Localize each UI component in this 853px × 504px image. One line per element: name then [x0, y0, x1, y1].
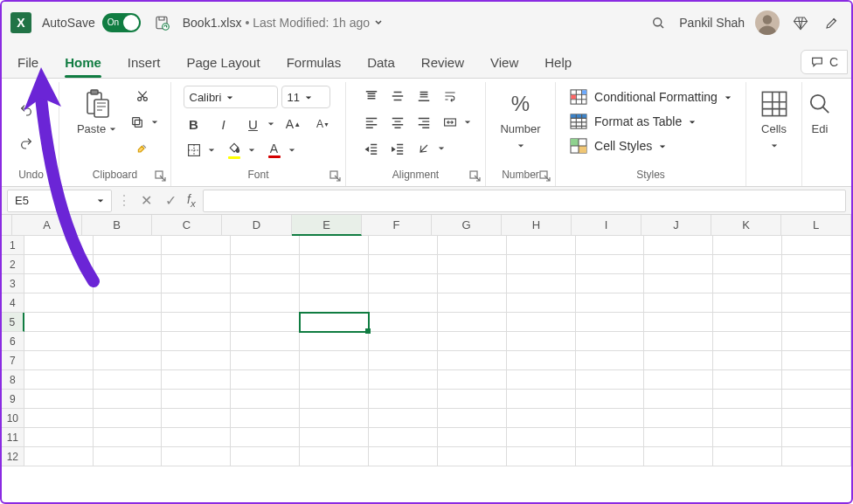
- autosave-toggle[interactable]: On: [102, 13, 141, 32]
- align-top-button[interactable]: [361, 86, 382, 107]
- cell[interactable]: [438, 255, 507, 274]
- fill-color-button[interactable]: [224, 140, 245, 161]
- conditional-formatting-button[interactable]: Conditional Formatting: [570, 89, 732, 105]
- cell[interactable]: [576, 390, 645, 409]
- cut-button[interactable]: [127, 86, 158, 107]
- cell[interactable]: [782, 409, 851, 428]
- cell[interactable]: [24, 236, 94, 255]
- underline-button[interactable]: U: [243, 114, 264, 135]
- cell[interactable]: [300, 313, 369, 332]
- cell[interactable]: [438, 293, 507, 313]
- row-header[interactable]: 4: [2, 293, 24, 313]
- column-header[interactable]: K: [711, 215, 781, 236]
- cell[interactable]: [24, 293, 94, 313]
- cell[interactable]: [507, 236, 576, 255]
- cell[interactable]: [576, 274, 645, 293]
- cell[interactable]: [644, 351, 713, 370]
- cell[interactable]: [369, 447, 438, 466]
- tab-view[interactable]: View: [478, 48, 531, 78]
- cell[interactable]: [24, 332, 94, 351]
- cell[interactable]: [438, 274, 507, 293]
- row-header[interactable]: 10: [2, 409, 24, 428]
- cell[interactable]: [162, 447, 231, 466]
- cell[interactable]: [162, 236, 231, 255]
- cell[interactable]: [231, 351, 300, 370]
- column-header[interactable]: E: [292, 215, 362, 236]
- comments-button[interactable]: C: [801, 50, 848, 74]
- cell[interactable]: [507, 351, 576, 370]
- cell[interactable]: [162, 255, 231, 274]
- cell[interactable]: [438, 313, 507, 332]
- font-size-combo[interactable]: 11: [281, 86, 330, 108]
- cell[interactable]: [231, 255, 300, 274]
- cell[interactable]: [507, 390, 576, 409]
- increase-font-button[interactable]: A▲: [283, 114, 304, 135]
- cell[interactable]: [369, 236, 438, 255]
- cell[interactable]: [713, 293, 782, 313]
- row-header[interactable]: 6: [2, 332, 24, 351]
- cell[interactable]: [782, 351, 851, 370]
- cell[interactable]: [24, 390, 94, 409]
- cell[interactable]: [438, 351, 507, 370]
- cell[interactable]: [644, 390, 713, 409]
- cell[interactable]: [231, 274, 300, 293]
- cancel-formula-button[interactable]: ✕: [136, 191, 156, 211]
- chevron-down-icon[interactable]: [248, 144, 255, 156]
- diamond-icon[interactable]: [790, 12, 811, 33]
- cell[interactable]: [94, 274, 163, 293]
- cell[interactable]: [369, 351, 438, 370]
- cell[interactable]: [300, 351, 369, 370]
- cell[interactable]: [782, 293, 851, 313]
- editing-button[interactable]: Edi: [802, 86, 837, 139]
- cell[interactable]: [162, 370, 231, 390]
- cell[interactable]: [782, 274, 851, 293]
- cell[interactable]: [231, 236, 300, 255]
- cell[interactable]: [507, 447, 576, 466]
- tab-data[interactable]: Data: [355, 48, 407, 78]
- cell[interactable]: [438, 370, 507, 390]
- cell[interactable]: [438, 236, 507, 255]
- cell[interactable]: [300, 293, 369, 313]
- cell[interactable]: [713, 313, 782, 332]
- cell[interactable]: [369, 390, 438, 409]
- dialog-launcher-icon[interactable]: [539, 170, 551, 183]
- cell[interactable]: [507, 370, 576, 390]
- cell[interactable]: [644, 236, 713, 255]
- cell[interactable]: [300, 409, 369, 428]
- number-format-button[interactable]: % Number: [496, 86, 545, 155]
- user-avatar[interactable]: [755, 10, 780, 35]
- cell[interactable]: [94, 447, 163, 466]
- enter-formula-button[interactable]: ✓: [161, 191, 180, 211]
- spreadsheet-grid[interactable]: ABCDEFGHIJKL 123456789101112: [2, 215, 851, 466]
- row-header[interactable]: 1: [2, 236, 24, 255]
- column-header[interactable]: H: [502, 215, 572, 236]
- row-header[interactable]: 9: [2, 390, 24, 409]
- cell[interactable]: [231, 447, 300, 466]
- column-header[interactable]: D: [222, 215, 292, 236]
- row-header[interactable]: 3: [2, 274, 24, 293]
- cell[interactable]: [300, 255, 369, 274]
- paste-button[interactable]: Paste: [73, 86, 121, 139]
- cell[interactable]: [644, 332, 713, 351]
- cell[interactable]: [369, 332, 438, 351]
- chevron-down-icon[interactable]: [151, 116, 158, 128]
- cell[interactable]: [507, 313, 576, 332]
- tab-insert[interactable]: Insert: [115, 48, 173, 78]
- cell[interactable]: [94, 428, 163, 447]
- orientation-button[interactable]: [413, 138, 434, 159]
- cell[interactable]: [300, 428, 369, 447]
- cell[interactable]: [576, 236, 645, 255]
- copy-button[interactable]: [127, 112, 148, 133]
- align-left-button[interactable]: [361, 112, 382, 133]
- increase-indent-button[interactable]: [387, 138, 408, 159]
- column-header[interactable]: I: [572, 215, 641, 236]
- cell[interactable]: [94, 370, 163, 390]
- cell[interactable]: [644, 313, 713, 332]
- cell[interactable]: [507, 255, 576, 274]
- cell[interactable]: [300, 236, 369, 255]
- row-header[interactable]: 2: [2, 255, 24, 274]
- font-color-button[interactable]: A: [264, 140, 285, 161]
- cell[interactable]: [507, 428, 576, 447]
- cell[interactable]: [644, 255, 713, 274]
- cell[interactable]: [644, 293, 713, 313]
